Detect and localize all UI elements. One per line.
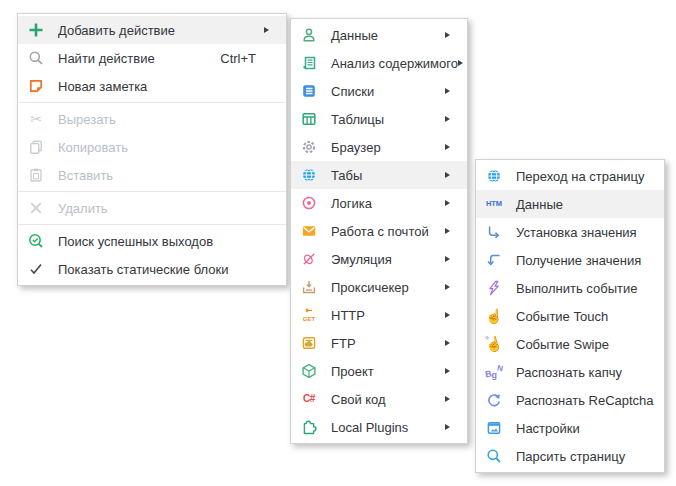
- menu-item-label: Логика: [331, 196, 372, 211]
- menu-item[interactable]: ☝ Событие Touch: [476, 302, 664, 330]
- menu-item[interactable]: Добавить действие: [18, 16, 286, 44]
- menu-item-label: Добавить действие: [58, 23, 175, 38]
- menu-item[interactable]: Установка значения: [476, 218, 664, 246]
- submenu-arrow-icon: [445, 396, 455, 402]
- gear-icon: [300, 138, 318, 156]
- mouse-icon: [300, 250, 318, 268]
- submenu-arrow-icon: [445, 172, 455, 178]
- submenu-arrow-icon: [445, 88, 455, 94]
- menu-item-label: Копировать: [58, 140, 128, 155]
- menu-item[interactable]: Браузер: [291, 133, 467, 161]
- menu-item-label: Настройки: [516, 421, 580, 436]
- menu-item[interactable]: Получение значения: [476, 246, 664, 274]
- menu-item[interactable]: Табы: [291, 161, 467, 189]
- proxy-inbox-icon: [300, 278, 318, 296]
- menu-item[interactable]: Выполнить событие: [476, 274, 664, 302]
- menu-item-label: HTTP: [331, 308, 365, 323]
- menu-item: Копировать: [18, 133, 286, 161]
- menu-item[interactable]: Переход на страницу: [476, 162, 664, 190]
- menu-item-label: Получение значения: [516, 253, 641, 268]
- submenu-arrow-icon: [445, 32, 455, 38]
- submenu-arrow-icon: [445, 256, 455, 262]
- submenu-arrow-icon: [445, 340, 455, 346]
- add-plus-icon: [27, 21, 45, 39]
- menu-separator: [18, 224, 286, 225]
- menu-item-label: Событие Swipe: [516, 337, 609, 352]
- menu-item: ✂ Вырезать: [18, 105, 286, 133]
- new-note-icon: [27, 77, 45, 95]
- desktop-background: Добавить действие Найти действие Ctrl+T …: [0, 0, 676, 486]
- menu-item-label: Табы: [331, 168, 362, 183]
- captcha-icon: BgN: [485, 363, 503, 381]
- menu-separator: [18, 191, 286, 192]
- menu-item-label: Списки: [331, 84, 374, 99]
- svg-text:GET: GET: [303, 316, 316, 322]
- menu-item[interactable]: Поиск успешных выходов: [18, 227, 286, 255]
- list-icon: [300, 82, 318, 100]
- mail-icon: [300, 222, 318, 240]
- add-action-submenu-panel: Данные Анализ содержимого Списки Таблицы…: [290, 18, 468, 444]
- menu-item[interactable]: Списки: [291, 77, 467, 105]
- menu-item: Вставить: [18, 161, 286, 189]
- recaptcha-refresh-icon: [485, 391, 503, 409]
- menu-item[interactable]: C# Свой код: [291, 385, 467, 413]
- submenu-arrow-icon: [445, 312, 455, 318]
- menu-item[interactable]: BgN Распознать капчу: [476, 358, 664, 386]
- menu-item-label: Эмуляция: [331, 252, 392, 267]
- menu-item[interactable]: Новая заметка: [18, 72, 286, 100]
- menu-item[interactable]: GET HTTP: [291, 301, 467, 329]
- menu-item[interactable]: Работа с почтой: [291, 217, 467, 245]
- menu-item-label: Браузер: [331, 140, 381, 155]
- project-cube-icon: [300, 362, 318, 380]
- context-menu-panel: Добавить действие Найти действие Ctrl+T …: [17, 13, 287, 286]
- puzzle-icon: [300, 418, 318, 436]
- globe-icon: [485, 167, 503, 185]
- menu-item-label: Парсить страницу: [516, 449, 625, 464]
- settings-window-icon: [485, 419, 503, 437]
- menu-item[interactable]: Парсить страницу: [476, 442, 664, 470]
- logic-record-icon: [300, 194, 318, 212]
- menu-item-label: Анализ содержимого: [331, 56, 458, 71]
- search-success-icon: [27, 232, 45, 250]
- menu-shortcut: Ctrl+T: [220, 51, 256, 66]
- menu-item-label: Показать статические блоки: [58, 262, 228, 277]
- menu-item-label: Таблицы: [331, 112, 384, 127]
- menu-item[interactable]: Анализ содержимого: [291, 49, 467, 77]
- menu-item-label: Удалить: [58, 201, 108, 216]
- menu-item[interactable]: Local Plugins: [291, 413, 467, 441]
- htm-icon: HTM: [485, 195, 503, 213]
- menu-item[interactable]: Настройки: [476, 414, 664, 442]
- content-analysis-icon: [300, 54, 318, 72]
- menu-item-label: Вырезать: [58, 112, 116, 127]
- menu-item[interactable]: Показать статические блоки: [18, 255, 286, 283]
- menu-item[interactable]: Распознать ReCaptcha: [476, 386, 664, 414]
- menu-item-label: Событие Touch: [516, 309, 608, 324]
- menu-item[interactable]: Проект: [291, 357, 467, 385]
- submenu-arrow-icon: [458, 60, 468, 66]
- menu-item-label: Проект: [331, 364, 374, 379]
- menu-item-label: Вставить: [58, 168, 113, 183]
- menu-item[interactable]: HTM Данные: [476, 190, 664, 218]
- menu-item[interactable]: Данные: [291, 21, 467, 49]
- submenu-arrow-icon: [445, 116, 455, 122]
- menu-item-label: Найти действие: [58, 51, 155, 66]
- submenu-arrow-icon: [445, 424, 455, 430]
- touch-icon: ☝: [485, 307, 503, 325]
- menu-item-label: Local Plugins: [331, 420, 408, 435]
- csharp-icon: C#: [300, 390, 318, 408]
- tabs-submenu-panel: Переход на страницу HTM Данные Установка…: [475, 159, 665, 473]
- menu-item-label: Новая заметка: [58, 79, 147, 94]
- menu-item[interactable]: FTP: [291, 329, 467, 357]
- menu-item[interactable]: Проксичекер: [291, 273, 467, 301]
- menu-item[interactable]: Таблицы: [291, 105, 467, 133]
- menu-item-label: Данные: [516, 197, 563, 212]
- menu-item[interactable]: Логика: [291, 189, 467, 217]
- menu-item[interactable]: Найти действие Ctrl+T: [18, 44, 286, 72]
- submenu-arrow-icon: [445, 368, 455, 374]
- lightning-icon: [485, 279, 503, 297]
- menu-item[interactable]: ☝« Событие Swipe: [476, 330, 664, 358]
- globe-icon: [300, 166, 318, 184]
- checkmark-icon: [27, 260, 45, 278]
- menu-item-label: Поиск успешных выходов: [58, 234, 213, 249]
- menu-item[interactable]: Эмуляция: [291, 245, 467, 273]
